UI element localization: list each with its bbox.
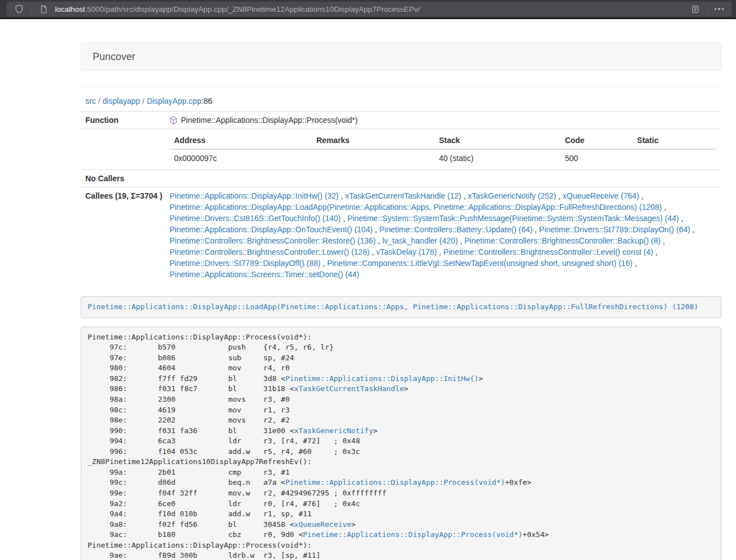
reader-mode-icon[interactable] [688, 2, 702, 16]
no-callers-label: No Callers [81, 170, 165, 187]
stack-column-header: Stack [435, 132, 560, 149]
function-table: Function Pinetime::Applications::Display… [81, 111, 721, 283]
callee-link[interactable]: Pinetime::Drivers::St7789::DisplayOff() … [170, 259, 321, 268]
metrics-table: Address Remarks Stack Code Static 0x0000… [170, 132, 717, 167]
stack-value: 40 (static) [435, 149, 560, 167]
table-row: Address Remarks Stack Code Static 0x0000… [81, 129, 721, 170]
address-value: 0x0000097c [170, 149, 312, 167]
callee-link[interactable]: Pinetime::Controllers::BrightnessControl… [444, 247, 653, 256]
breadcrumb-link-file[interactable]: DisplayApp.cpp [147, 97, 201, 105]
code-size-value: 500 [560, 149, 633, 167]
callee-link[interactable]: Pinetime::Drivers::Cst816S::GetTouchInfo… [170, 214, 341, 223]
page-icon[interactable] [36, 2, 50, 16]
address-column-header: Address [170, 132, 312, 149]
code-symbol-link[interactable]: xQueueReceive [294, 520, 351, 529]
static-value [633, 149, 717, 167]
breadcrumb: src/displayapp/DisplayApp.cpp:86 [85, 97, 721, 105]
metrics-row: 0x0000097c 40 (static) 500 [170, 149, 717, 167]
code-symbol-link[interactable]: xTaskGetCurrentTaskHandle [294, 384, 404, 393]
code-column-header: Code [560, 132, 633, 149]
table-row: No Callers [81, 170, 721, 187]
callee-link[interactable]: Pinetime::Applications::DisplayApp::Init… [170, 191, 339, 200]
callee-link[interactable]: lv_task_handler (420) [382, 236, 458, 245]
remarks-value [312, 149, 435, 167]
callee-link[interactable]: Pinetime::Controllers::BrightnessControl… [170, 236, 376, 245]
callee-link[interactable]: Pinetime::Controllers::BrightnessControl… [170, 247, 369, 256]
callee-link[interactable]: Pinetime::System::SystemTask::PushMessag… [348, 214, 679, 223]
caller-snippet-box: Pinetime::Applications::DisplayApp::Load… [81, 296, 721, 318]
callees-label: Callees (19, Σ=3704 ) [81, 187, 165, 283]
static-column-header: Static [633, 132, 717, 149]
disassembly-code: Pinetime::Applications::DisplayApp::Proc… [88, 333, 549, 560]
code-symbol-link[interactable]: xTaskGenericNotify [294, 426, 373, 435]
shield-icon[interactable] [12, 2, 26, 16]
remarks-column-header: Remarks [312, 132, 435, 149]
callee-link[interactable]: xTaskGenericNotify (252) [468, 191, 556, 200]
breadcrumb-link-displayapp[interactable]: displayapp [103, 97, 140, 105]
code-symbol-link[interactable]: Pinetime::Applications::DisplayApp::Proc… [303, 530, 523, 539]
function-row-label: Function [81, 112, 165, 129]
urlbar-divider [31, 5, 31, 13]
divider [81, 86, 721, 86]
callee-link[interactable]: Pinetime::Drivers::St7789::DisplayOn() (… [539, 225, 690, 234]
callee-link[interactable]: Pinetime::Controllers::BrightnessControl… [464, 236, 660, 245]
urlbar-divider [707, 5, 707, 13]
page-actions-menu-icon[interactable] [712, 2, 726, 16]
code-symbol-link[interactable]: Pinetime::Applications::DisplayApp::Init… [285, 374, 478, 383]
app-header: Puncover [81, 43, 721, 71]
browser-toolbar: localhost:5000/path/src/displayapp/Displ… [0, 0, 736, 19]
url-bar[interactable]: localhost:5000/path/src/displayapp/Displ… [7, 2, 732, 16]
callee-link[interactable]: Pinetime::Applications::DisplayApp::Load… [170, 203, 662, 212]
breadcrumb-line-number: :86 [202, 97, 212, 105]
callee-link[interactable]: Pinetime::Controllers::Battery::Update()… [380, 225, 533, 234]
code-symbol-link[interactable]: Pinetime::Applications::DisplayApp::Proc… [285, 478, 505, 486]
disassembly-box: Pinetime::Applications::DisplayApp::Proc… [81, 327, 721, 560]
table-row: Function Pinetime::Applications::Display… [81, 112, 721, 129]
callee-link[interactable]: Pinetime::Components::LittleVgl::SetNewT… [327, 259, 633, 268]
breadcrumb-link-src[interactable]: src [85, 97, 96, 105]
breadcrumb-separator: / [143, 97, 145, 105]
brand-title[interactable]: Puncover [93, 51, 135, 62]
callee-link[interactable]: xQueueReceive (764) [563, 191, 639, 200]
url-path: :5000/path/src/displayapp/DisplayApp.cpp… [85, 5, 420, 13]
cube-icon [170, 116, 177, 125]
callee-link[interactable]: Pinetime::Applications::Screens::Timer::… [170, 270, 359, 279]
table-row: Callees (19, Σ=3704 ) Pinetime::Applicat… [81, 187, 721, 283]
callee-link[interactable]: vTaskDelay (176) [376, 247, 437, 256]
url-text[interactable]: localhost:5000/path/src/displayapp/Displ… [55, 5, 688, 13]
breadcrumb-separator: / [98, 97, 100, 105]
caller-snippet-link[interactable]: Pinetime::Applications::DisplayApp::Load… [88, 302, 698, 311]
callee-link[interactable]: xTaskGetCurrentTaskHandle (12) [345, 191, 461, 200]
callees-list: Pinetime::Applications::DisplayApp::Init… [165, 187, 721, 283]
page-container: Puncover src/displayapp/DisplayApp.cpp:8… [81, 19, 721, 560]
url-host: localhost [55, 5, 85, 13]
function-name: Pinetime::Applications::DisplayApp::Proc… [181, 114, 358, 126]
callee-link[interactable]: Pinetime::Applications::DisplayApp::OnTo… [170, 225, 373, 234]
